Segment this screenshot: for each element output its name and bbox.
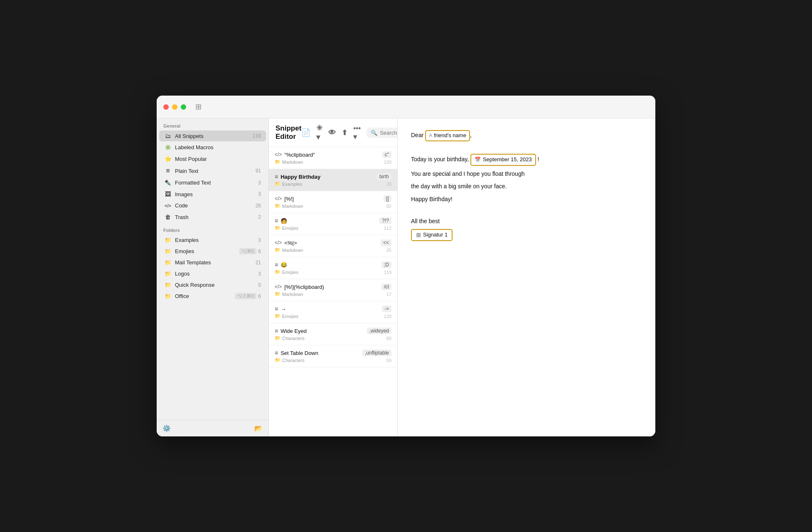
snippet-num: 60 bbox=[386, 336, 391, 341]
sidebar-item-labeled-macros[interactable]: ✳️ Labeled Macros bbox=[159, 142, 266, 153]
sidebar-label-code: Code bbox=[175, 202, 256, 209]
snippet-name: <%|> bbox=[284, 240, 297, 246]
sidebar-item-emojies[interactable]: 📁 Emojies ⌥⌘E 6 bbox=[159, 246, 266, 256]
settings-icon[interactable]: ⚙️ bbox=[162, 424, 171, 432]
sidebar-item-logos[interactable]: 📁 Logos 3 bbox=[159, 268, 266, 279]
sidebar-item-plain-text[interactable]: ≡ Plain Text 91 bbox=[159, 165, 266, 177]
snippet-item[interactable]: ≡ Set Table Down ,unfliptable 📁 Characte… bbox=[269, 345, 397, 367]
name-placeholder-tag[interactable]: A friend's name bbox=[425, 130, 470, 141]
editor-today-text: Today is your birthday, bbox=[411, 156, 470, 163]
snippet-item[interactable]: </> [%!](%clipboard) /cl 📁 Markdown 17 bbox=[269, 279, 397, 301]
snippet-name: [%!](%clipboard) bbox=[284, 284, 324, 290]
sidebar-toggle-button[interactable]: ⊞ bbox=[193, 101, 204, 112]
sidebar-count-images: 3 bbox=[258, 191, 261, 197]
snippet-folder-name: Characters bbox=[282, 358, 305, 363]
title-bar: ⊞ bbox=[157, 96, 655, 118]
snippet-name: [%!] bbox=[284, 196, 293, 202]
snippet-item[interactable]: ≡ 😂 ;D 📁 Emojies 119 bbox=[269, 257, 397, 279]
sidebar-count-office: 6 bbox=[258, 293, 261, 299]
editor-title-text: Snippet Editor bbox=[276, 124, 301, 141]
snippet-abbr: ?!? bbox=[379, 217, 391, 224]
folder-icon: 📁 bbox=[275, 269, 281, 275]
snippet-type-code-icon: </> bbox=[275, 196, 282, 202]
sidebar-label-logos: Logos bbox=[175, 271, 258, 277]
sidebar-item-all-snippets[interactable]: 🗂 All Snippets 116 bbox=[159, 131, 266, 141]
snippet-item[interactable]: </> [%!] [[ 📁 Markdown 82 bbox=[269, 191, 397, 213]
sidebar-shortcut-office: ⌥⇧⌘O bbox=[235, 293, 257, 299]
snippet-list: Snippet Editor 📄 ✳ ▾ 👁 ⬆ ••• ▾ 🔍 bbox=[269, 118, 398, 436]
editor-line-1: Dear A friend's name , bbox=[411, 130, 642, 141]
folders-section-label: Folders bbox=[157, 223, 268, 234]
sidebar-item-code[interactable]: </> Code 26 bbox=[159, 200, 266, 211]
snippet-type-rich-icon: ≡ bbox=[275, 217, 278, 224]
snippet-folder-name: Emojies bbox=[282, 226, 298, 231]
placeholder-name-value: friend's name bbox=[434, 131, 466, 140]
folder-icon: 📁 bbox=[275, 203, 281, 209]
new-folder-icon[interactable]: 📂 bbox=[254, 424, 263, 432]
sidebar-label-trash: Trash bbox=[175, 214, 258, 220]
editor-pane[interactable]: Dear A friend's name , Today is your bir… bbox=[398, 118, 655, 436]
snippet-item[interactable]: </> <%|> << 📁 Markdown 25 bbox=[269, 235, 397, 257]
snippet-icon[interactable]: 📄 bbox=[301, 128, 310, 137]
snippet-editor-title: Snippet Editor 📄 ✳ ▾ 👁 ⬆ ••• ▾ 🔍 bbox=[269, 118, 397, 147]
magic-icon[interactable]: ✳ ▾ bbox=[316, 123, 322, 142]
editor-dear-text: Dear bbox=[411, 132, 425, 138]
sig-value: Signatur 1 bbox=[423, 231, 448, 239]
editor-line-2: Today is your birthday, 📅 September 15, … bbox=[411, 154, 642, 166]
snippet-item[interactable]: ≡ Happy Birthday birth 📁 Examples 29 bbox=[269, 169, 397, 191]
sidebar-count-mail-templates: 21 bbox=[256, 260, 261, 266]
sidebar-item-trash[interactable]: 🗑 Trash 2 bbox=[159, 212, 266, 222]
snippet-folder-name: Markdown bbox=[282, 248, 303, 253]
search-icon: 🔍 bbox=[371, 130, 377, 136]
sidebar-label-quick-response: Quick Response bbox=[175, 282, 258, 288]
folder-icon: 📁 bbox=[275, 181, 281, 187]
editor-line-3: You are special and I hope you float thr… bbox=[411, 169, 642, 178]
sidebar-count-all-snippets: 116 bbox=[253, 133, 261, 139]
code-icon: </> bbox=[164, 203, 172, 208]
snippet-abbr: << bbox=[381, 239, 391, 246]
sidebar-item-examples[interactable]: 📁 Examples 3 bbox=[159, 235, 266, 245]
snippet-folder-name: Emojies bbox=[282, 270, 298, 275]
snippet-item[interactable]: ≡ → -> 📁 Emojies 120 bbox=[269, 301, 397, 323]
snippet-type-code-icon: </> bbox=[275, 284, 282, 290]
snippet-num: 25 bbox=[386, 248, 391, 253]
maximize-button[interactable] bbox=[181, 104, 186, 110]
snippet-item[interactable]: </> "%clipboard" c" 📁 Markdown 120 bbox=[269, 147, 397, 169]
signature-tag[interactable]: ▦ Signatur 1 bbox=[411, 229, 453, 241]
snippet-type-code-icon: </> bbox=[275, 152, 282, 158]
sidebar-item-most-popular[interactable]: ⭐ Most Popular bbox=[159, 153, 266, 164]
sidebar-label-formatted-text: Formatted Text bbox=[175, 180, 258, 186]
snippet-item[interactable]: ≡ 🧑 ?!? 📁 Emojies 112 bbox=[269, 213, 397, 235]
sidebar-item-quick-response[interactable]: 📁 Quick Response 5 bbox=[159, 280, 266, 290]
sidebar-label-mail-templates: Mail Templates bbox=[175, 259, 256, 266]
folder-icon: 📁 bbox=[275, 159, 281, 165]
more-icon[interactable]: ••• ▾ bbox=[353, 124, 361, 141]
sidebar-item-formatted-text[interactable]: ✒️ Formatted Text 3 bbox=[159, 177, 266, 188]
sidebar-item-images[interactable]: 🖼 Images 3 bbox=[159, 189, 266, 200]
folder-emojies-icon: 📁 bbox=[164, 248, 172, 254]
date-placeholder-tag[interactable]: 📅 September 15, 2023 bbox=[470, 154, 536, 166]
snippet-name: Set Table Down bbox=[281, 350, 318, 356]
sidebar-label-office: Office bbox=[175, 293, 235, 299]
editor-comma: , bbox=[470, 132, 472, 138]
minimize-button[interactable] bbox=[172, 104, 177, 110]
snippet-item[interactable]: ≡ Wide Eyed ,wideyed 📁 Characters 60 bbox=[269, 323, 397, 345]
sidebar-count-logos: 3 bbox=[258, 271, 261, 277]
preview-icon[interactable]: 👁 bbox=[328, 128, 336, 137]
folder-examples-icon: 📁 bbox=[164, 237, 172, 243]
sidebar-bottom: ⚙️ 📂 bbox=[157, 420, 268, 436]
plain-text-icon: ≡ bbox=[164, 167, 172, 175]
most-popular-icon: ⭐ bbox=[164, 155, 172, 162]
sidebar-count-emojies: 6 bbox=[258, 249, 261, 254]
search-input[interactable] bbox=[380, 130, 398, 136]
close-button[interactable] bbox=[163, 104, 169, 110]
share-icon[interactable]: ⬆ bbox=[342, 128, 347, 137]
snippet-name: 😂 bbox=[281, 262, 287, 268]
snippet-folder-name: Characters bbox=[282, 336, 305, 341]
sidebar-item-office[interactable]: 📁 Office ⌥⇧⌘O 6 bbox=[159, 291, 266, 301]
sidebar-label-all-snippets: All Snippets bbox=[175, 133, 253, 139]
snippet-abbr: ,unfliptable bbox=[362, 350, 391, 356]
sig-icon: ▦ bbox=[416, 231, 421, 239]
sidebar-item-mail-templates[interactable]: 📁 Mail Templates 21 bbox=[159, 257, 266, 268]
snippet-abbr: /cl bbox=[381, 283, 391, 290]
